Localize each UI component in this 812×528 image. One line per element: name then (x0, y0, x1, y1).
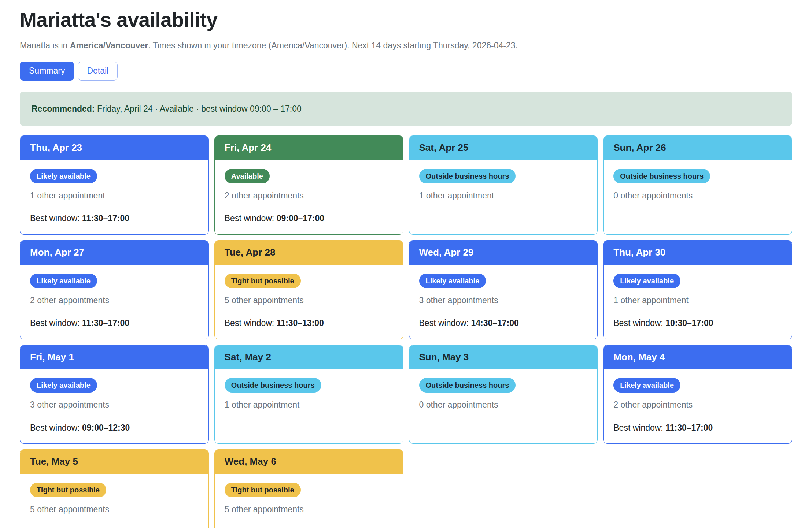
day-date: Tue, May 5 (30, 456, 78, 467)
best-window: Best window: 11:30–13:30 (30, 526, 129, 528)
page-title: Mariatta's availability (20, 8, 792, 31)
day-card-body: Likely available 3 other appointments Be… (20, 369, 208, 443)
day-date: Mon, May 4 (613, 352, 665, 362)
day-grid: Thu, Apr 23 Likely available 1 other app… (20, 135, 792, 528)
availability-page: Mariatta's availability Mariatta is in A… (20, 8, 792, 528)
best-window-label: Best window: (225, 213, 277, 223)
best-window-time: 09:00–12:30 (82, 423, 130, 432)
status-badge: Outside business hours (419, 378, 516, 393)
appointments-count: 2 other appointments (225, 189, 304, 202)
status-badge: Available (225, 169, 270, 183)
day-card: Wed, May 6 Tight but possible 5 other ap… (214, 449, 403, 528)
status-badge: Tight but possible (225, 483, 301, 497)
day-card-body: Tight but possible 5 other appointments … (215, 265, 403, 339)
best-window: Best window: 11:30–17:00 (613, 421, 713, 434)
day-card-body: Likely available 2 other appointments Be… (20, 265, 208, 339)
day-card-body: Likely available 1 other appointment Bes… (20, 160, 208, 234)
best-window-time: 11:30–17:00 (82, 318, 129, 328)
day-card-body: Outside business hours 0 other appointme… (409, 369, 598, 443)
subtitle-prefix: Mariatta is in (20, 41, 70, 50)
day-card-header: Fri, May 1 (20, 345, 208, 369)
day-card: Sat, May 2 Outside business hours 1 othe… (214, 345, 403, 444)
subtitle-suffix: . Times shown in your timezone (America/… (148, 41, 518, 50)
status-badge: Likely available (419, 274, 486, 288)
day-date: Fri, May 1 (30, 352, 74, 362)
day-card-body: Outside business hours 1 other appointme… (215, 369, 403, 443)
day-card-header: Wed, Apr 29 (409, 241, 598, 265)
day-card-body: Likely available 1 other appointment Bes… (604, 265, 792, 339)
day-date: Wed, May 6 (225, 456, 276, 467)
day-card-body: Likely available 2 other appointments Be… (604, 369, 792, 443)
status-badge: Tight but possible (225, 274, 301, 288)
day-card-header: Fri, Apr 24 (215, 136, 403, 160)
appointments-count: 1 other appointment (419, 189, 494, 202)
day-card: Wed, Apr 29 Likely available 3 other app… (409, 240, 598, 339)
day-date: Thu, Apr 30 (613, 247, 665, 258)
day-card: Sat, Apr 25 Outside business hours 1 oth… (409, 135, 598, 235)
best-window-label: Best window: (419, 318, 471, 328)
status-badge: Tight but possible (30, 483, 106, 497)
best-window-time: 10:30–17:00 (665, 318, 713, 328)
recommended-text: Friday, April 24 · Available · best wind… (95, 104, 302, 114)
day-card: Tue, May 5 Tight but possible 5 other ap… (20, 449, 209, 528)
subtitle-timezone: America/Vancouver (70, 41, 148, 50)
day-card-header: Tue, Apr 28 (215, 241, 403, 265)
appointments-count: 1 other appointment (30, 189, 105, 202)
appointments-count: 1 other appointment (613, 294, 689, 307)
best-window-label: Best window: (30, 213, 82, 223)
detail-button[interactable]: Detail (78, 62, 118, 80)
day-card: Sun, Apr 26 Outside business hours 0 oth… (603, 135, 792, 235)
best-window-time: 11:30–13:00 (277, 318, 324, 328)
day-card-body: Outside business hours 0 other appointme… (604, 160, 792, 234)
best-window: Best window: 11:30–17:00 (30, 317, 129, 330)
appointments-count: 5 other appointments (225, 294, 304, 307)
best-window: Best window: 10:30–12:30 (225, 526, 324, 528)
status-badge: Likely available (30, 169, 97, 183)
best-window-label: Best window: (613, 423, 665, 432)
summary-button[interactable]: Summary (20, 62, 74, 80)
best-window-time: 14:30–17:00 (471, 318, 518, 328)
subtitle: Mariatta is in America/Vancouver. Times … (20, 40, 792, 51)
best-window-time: 11:30–17:00 (665, 423, 713, 432)
day-date: Sat, Apr 25 (419, 142, 469, 153)
status-badge: Likely available (30, 274, 97, 288)
status-badge: Likely available (30, 378, 97, 393)
day-card: Tue, Apr 28 Tight but possible 5 other a… (214, 240, 403, 339)
day-date: Thu, Apr 23 (30, 142, 82, 153)
appointments-count: 1 other appointment (225, 398, 300, 411)
best-window-label: Best window: (30, 423, 82, 432)
day-card: Fri, Apr 24 Available 2 other appointmen… (214, 135, 403, 235)
best-window: Best window: 09:00–12:30 (30, 421, 130, 434)
status-badge: Likely available (613, 274, 680, 288)
day-card-body: Tight but possible 5 other appointments … (215, 474, 403, 528)
day-card-header: Sat, May 2 (215, 345, 403, 369)
day-date: Mon, Apr 27 (30, 247, 84, 258)
day-card-body: Likely available 3 other appointments Be… (409, 265, 598, 339)
recommended-banner: Recommended: Friday, April 24 · Availabl… (20, 92, 792, 126)
day-card-body: Available 2 other appointments Best wind… (215, 160, 403, 234)
appointments-count: 5 other appointments (30, 503, 109, 516)
day-card-header: Thu, Apr 30 (604, 241, 792, 265)
day-card: Mon, Apr 27 Likely available 2 other app… (20, 240, 209, 339)
best-window: Best window: 10:30–17:00 (613, 317, 713, 330)
day-card-header: Mon, Apr 27 (20, 241, 208, 265)
day-card-header: Wed, May 6 (215, 450, 403, 474)
status-badge: Outside business hours (419, 169, 516, 183)
day-card-header: Sun, Apr 26 (604, 136, 792, 160)
day-date: Wed, Apr 29 (419, 247, 474, 258)
best-window-label: Best window: (30, 318, 82, 328)
day-card: Thu, Apr 30 Likely available 1 other app… (603, 240, 792, 339)
day-card-header: Tue, May 5 (20, 450, 208, 474)
day-card-header: Thu, Apr 23 (20, 136, 208, 160)
day-card-header: Sun, May 3 (409, 345, 598, 369)
appointments-count: 3 other appointments (419, 294, 498, 307)
best-window: Best window: 09:00–17:00 (225, 212, 324, 225)
day-card-header: Sat, Apr 25 (409, 136, 598, 160)
appointments-count: 5 other appointments (225, 503, 304, 516)
status-badge: Outside business hours (225, 378, 321, 393)
best-window: Best window: 11:30–13:00 (225, 317, 324, 330)
day-card: Mon, May 4 Likely available 2 other appo… (603, 345, 792, 444)
appointments-count: 0 other appointments (419, 398, 498, 411)
best-window-label: Best window: (225, 318, 277, 328)
day-card-header: Mon, May 4 (604, 345, 792, 369)
